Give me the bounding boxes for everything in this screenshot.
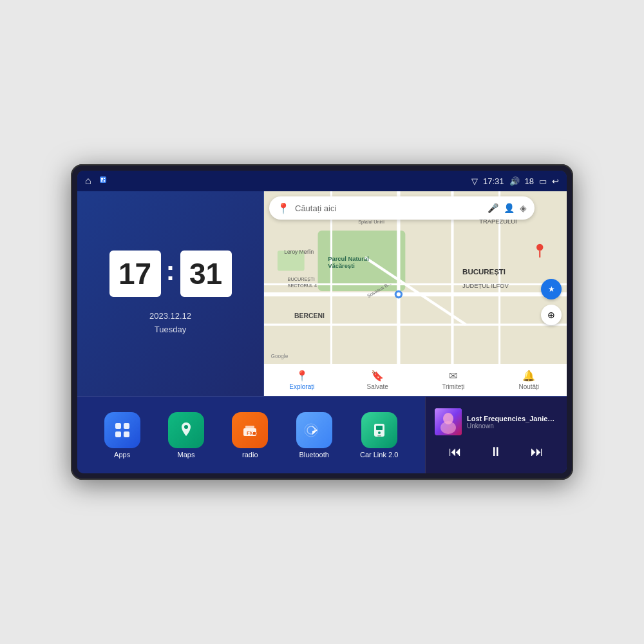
car-display-unit: ⌂ ▽ 17:31 🔊 18 ▭ ↩	[71, 164, 573, 480]
svg-rect-2	[104, 178, 105, 179]
music-controls: ⏮ ⏸ ⏭	[435, 442, 558, 462]
map-bottom-nav: 📍 Explorați 🔖 Salvate ✉ Trimiteți 🔔	[264, 364, 567, 396]
map-nav-send[interactable]: ✉ Trimiteți	[415, 370, 491, 390]
map-voice-icon[interactable]: 🎤	[488, 203, 498, 213]
map-compass-button[interactable]: ★	[541, 279, 562, 299]
music-info: Lost Frequencies_Janieck Devy-... Unknow…	[467, 415, 558, 430]
svg-point-41	[252, 431, 256, 435]
radio-icon: FM	[232, 412, 268, 448]
clock-panel: 17 : 31 2023.12.12 Tuesday	[77, 191, 264, 396]
music-artist: Unknown	[467, 422, 558, 430]
map-nav-news[interactable]: 🔔 Noutăți	[491, 370, 567, 390]
map-nav-explore[interactable]: 📍 Explorați	[264, 370, 340, 390]
send-icon: ✉	[449, 370, 457, 382]
carlink-label: Car Link 2.0	[360, 451, 398, 459]
svg-text:BUCUREȘTI: BUCUREȘTI	[288, 276, 315, 282]
music-album-art	[435, 408, 462, 435]
status-bar: ⌂ ▽ 17:31 🔊 18 ▭ ↩	[77, 171, 567, 191]
clock-hour: 17	[109, 251, 161, 297]
signal-icon: ▽	[471, 176, 478, 186]
svg-point-50	[440, 421, 456, 434]
svg-text:SECTORUL 4: SECTORUL 4	[288, 283, 317, 289]
map-panel: 📍 Căutați aici 🎤 👤 ◈	[264, 191, 567, 396]
svg-rect-4	[104, 180, 105, 182]
music-top: Lost Frequencies_Janieck Devy-... Unknow…	[435, 408, 558, 435]
app-item-bluetooth[interactable]: Bluetooth	[296, 412, 332, 459]
back-button[interactable]: ↩	[552, 176, 559, 186]
maps-status-icon	[98, 175, 108, 187]
map-search-text[interactable]: Căutați aici	[295, 204, 482, 213]
music-title: Lost Frequencies_Janieck Devy-...	[467, 415, 558, 422]
svg-text:Leroy Merlin: Leroy Merlin	[284, 249, 314, 255]
send-label: Trimiteți	[442, 383, 464, 390]
svg-rect-45	[376, 426, 383, 430]
clock-minute: 31	[180, 251, 232, 297]
app-item-radio[interactable]: FM radio	[232, 412, 268, 459]
svg-rect-40	[245, 426, 254, 428]
apps-label: Apps	[114, 451, 130, 459]
svg-rect-47	[377, 435, 381, 437]
time-display: 17:31	[483, 176, 504, 186]
status-right: ▽ 17:31 🔊 18 ▭ ↩	[471, 176, 559, 186]
map-nav-saved[interactable]: 🔖 Salvate	[340, 370, 416, 390]
carlink-icon	[361, 412, 397, 448]
svg-text:JUDEȚUL ILFOV: JUDEȚUL ILFOV	[462, 282, 509, 289]
svg-text:BERCENI: BERCENI	[294, 312, 325, 319]
svg-rect-34	[124, 423, 129, 429]
clock-colon: :	[166, 256, 175, 287]
app-item-carlink[interactable]: Car Link 2.0	[360, 412, 398, 459]
svg-point-43	[305, 424, 317, 437]
svg-rect-1	[101, 178, 103, 180]
explore-label: Explorați	[289, 383, 314, 390]
saved-icon: 🔖	[371, 370, 384, 382]
svg-text:BUCUREȘTI: BUCUREȘTI	[462, 268, 506, 276]
music-player: Lost Frequencies_Janieck Devy-... Unknow…	[425, 397, 567, 473]
map-pin-icon: 📍	[277, 202, 290, 214]
svg-rect-33	[115, 423, 121, 429]
top-section: 17 : 31 2023.12.12 Tuesday 📍 Căutați aic…	[77, 191, 567, 396]
maps-icon	[168, 412, 204, 448]
radio-label: radio	[242, 451, 258, 459]
music-thumbnail	[435, 408, 462, 435]
apps-row: Apps Maps	[77, 397, 425, 473]
screen: ⌂ ▽ 17:31 🔊 18 ▭ ↩	[77, 171, 567, 473]
clock-day: Tuesday	[149, 323, 191, 337]
svg-rect-3	[101, 180, 102, 182]
music-play-button[interactable]: ⏸	[484, 442, 507, 462]
svg-point-29	[397, 292, 401, 296]
main-area: 17 : 31 2023.12.12 Tuesday 📍 Căutați aic…	[77, 191, 567, 473]
maps-label: Maps	[178, 451, 195, 459]
saved-label: Salvate	[367, 383, 388, 390]
app-item-maps[interactable]: Maps	[168, 412, 204, 459]
map-layers-icon[interactable]: ◈	[520, 203, 527, 213]
svg-rect-35	[115, 431, 121, 437]
app-item-apps[interactable]: Apps	[104, 412, 140, 459]
clock-digits: 17 : 31	[109, 251, 232, 297]
map-profile-icon[interactable]: 👤	[504, 203, 515, 213]
music-prev-button[interactable]: ⏮	[444, 442, 467, 462]
svg-point-42	[307, 426, 315, 434]
bluetooth-label: Bluetooth	[299, 451, 328, 459]
svg-point-46	[378, 431, 381, 434]
map-search-bar[interactable]: 📍 Căutați aici 🎤 👤 ◈	[269, 196, 535, 220]
home-icon[interactable]: ⌂	[85, 175, 91, 187]
apps-icon	[104, 412, 140, 448]
clock-date-value: 2023.12.12	[149, 310, 191, 323]
svg-rect-36	[124, 431, 129, 437]
clock-date: 2023.12.12 Tuesday	[149, 310, 191, 337]
explore-icon: 📍	[296, 370, 308, 382]
battery-level: 18	[525, 176, 534, 186]
news-icon: 🔔	[522, 370, 535, 382]
news-label: Noutăți	[518, 383, 539, 390]
svg-text:Splaiul Unirii: Splaiul Unirii	[358, 219, 384, 225]
map-location-button[interactable]: ⊕	[541, 305, 562, 325]
svg-point-31	[536, 244, 543, 251]
music-next-button[interactable]: ⏭	[526, 442, 549, 462]
bluetooth-icon	[296, 412, 332, 448]
svg-text:Google: Google	[270, 353, 288, 359]
svg-point-37	[184, 425, 188, 429]
svg-text:Văcărești: Văcărești	[328, 262, 355, 269]
battery-icon: ▭	[539, 176, 547, 186]
volume-icon: 🔊	[509, 176, 520, 186]
status-left: ⌂	[85, 175, 108, 187]
